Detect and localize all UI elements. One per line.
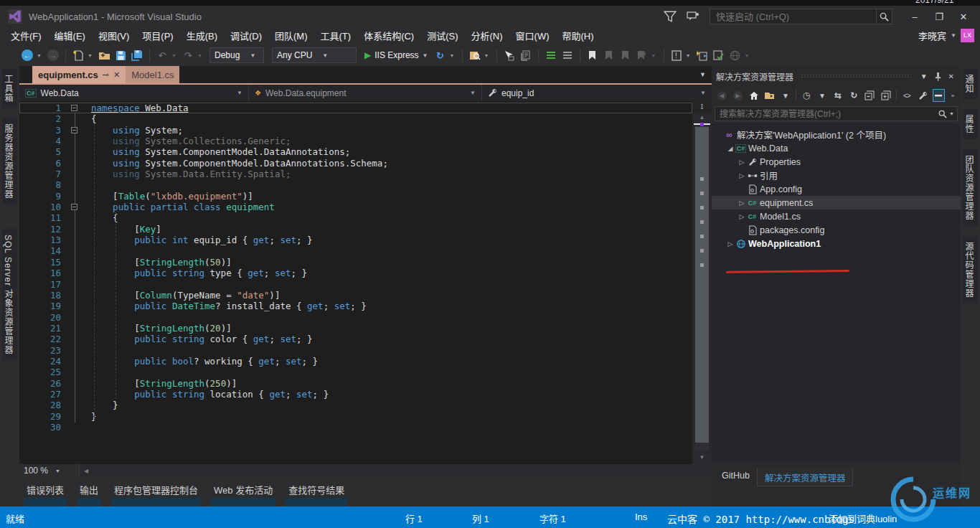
save-icon[interactable] [113, 47, 128, 63]
right-tool-tab-2[interactable]: 团队资源管理器 [963, 149, 978, 226]
tree-item-解决方案'WebApplication1' (2 个项目)[interactable]: ∞解决方案'WebApplication1' (2 个项目) [712, 128, 961, 141]
member-dropdown[interactable]: equip_id ▼ [482, 85, 712, 101]
new-file-icon[interactable] [71, 47, 85, 63]
right-tool-tab-3[interactable]: 源代码管理器 [963, 236, 978, 303]
sync-icon[interactable]: ⇆ [832, 89, 844, 102]
toolbar-overflow-icon[interactable]: » [949, 93, 956, 99]
quick-launch-input[interactable] [710, 11, 876, 22]
task-list-chevron-icon[interactable]: ▼ [686, 53, 693, 58]
quick-launch-box[interactable] [710, 9, 892, 24]
document-tab-equipment.cs[interactable]: equipment.cs⊸✕ [32, 66, 126, 83]
horizontal-scrollbar[interactable]: 100 %▼ ◀ [19, 464, 712, 477]
zoom-dropdown[interactable]: 100 %▼ [19, 464, 80, 477]
tree-collapsed-arrow-icon[interactable]: ▷ [738, 159, 746, 166]
prev-bookmark-icon[interactable] [602, 47, 616, 63]
split-editor-handle[interactable]: ⫱ [692, 101, 712, 113]
close-tab-icon[interactable]: ✕ [113, 70, 120, 80]
panel-tab-GitHub[interactable]: GitHub [715, 468, 757, 486]
navigate-back-chevron-icon[interactable]: ▼ [37, 53, 44, 58]
minimize-button[interactable]: – [903, 7, 927, 26]
task-list-icon[interactable]: ! [669, 47, 684, 63]
type-dropdown[interactable]: ❖ Web.Data.equipment ▼ [249, 85, 482, 101]
comment-lines-icon[interactable] [544, 47, 558, 63]
redo-chevron-icon[interactable]: ▼ [197, 53, 204, 58]
navigate-back-icon[interactable]: ← [20, 47, 34, 63]
filter-icon[interactable] [664, 11, 677, 22]
vertical-scrollbar[interactable]: ⫱ ▲ ▼ [692, 101, 712, 464]
menu-item-9[interactable]: 测试(S) [420, 26, 464, 45]
tree-item-equipment.cs[interactable]: ▷C#equipment.cs [712, 196, 961, 209]
panel-drag-area[interactable] [801, 74, 911, 78]
bottom-panel-tab-3[interactable]: Web 发布活动 [211, 481, 275, 506]
refresh-icon[interactable]: ↻ [433, 47, 448, 63]
show-all-files-icon[interactable] [880, 89, 892, 102]
pin-tab-icon[interactable]: ⊸ [103, 70, 109, 80]
document-list-chevron-icon[interactable]: ▼ [699, 71, 706, 78]
bottom-panel-tab-2[interactable]: 程序包管理器控制台 [111, 481, 201, 506]
find-chevron-icon[interactable]: ▼ [484, 53, 491, 58]
menu-item-5[interactable]: 调试(D) [224, 26, 268, 45]
browser-chevron-icon[interactable]: ▼ [745, 53, 752, 58]
pending-changes-icon[interactable]: ◷ [801, 89, 812, 102]
avatar[interactable]: LX [961, 29, 974, 42]
restore-button[interactable]: ❐ [927, 7, 951, 26]
menu-item-6[interactable]: 团队(M) [268, 26, 314, 45]
account-chevron-down-icon[interactable]: ▼ [951, 32, 956, 39]
save-all-icon[interactable] [130, 47, 144, 63]
bottom-panel-tab-1[interactable]: 输出 [77, 481, 101, 506]
feedback-icon[interactable] [687, 11, 699, 22]
bookmark-chevron-icon[interactable]: ▼ [651, 53, 659, 58]
view-code-icon[interactable]: <> [901, 89, 913, 102]
collapse-all-icon[interactable] [864, 89, 875, 102]
account-name[interactable]: 李晓宾 [918, 29, 946, 42]
scroll-left-icon[interactable]: ◀ [80, 468, 93, 474]
panel-tab-解决方案资源管理器[interactable]: 解决方案资源管理器 [757, 468, 854, 486]
new-query-icon[interactable] [695, 47, 710, 63]
se-forward-icon[interactable]: ▶ [732, 89, 743, 102]
browser-icon[interactable] [728, 47, 743, 63]
left-tool-tab-2[interactable]: SQL Server 对象资源管理器 [2, 229, 17, 361]
menu-item-8[interactable]: 体系结构(C) [357, 26, 420, 45]
switch-views-icon[interactable] [764, 89, 776, 102]
bottom-panel-tab-0[interactable]: 错误列表 [24, 481, 67, 506]
menu-item-4[interactable]: 生成(B) [180, 26, 224, 45]
bookmark-icon[interactable] [585, 47, 600, 63]
scroll-up-icon[interactable]: ▲ [692, 114, 712, 121]
add-item-icon[interactable] [97, 47, 111, 63]
menu-item-7[interactable]: 工具(T) [314, 26, 358, 45]
uncomment-lines-icon[interactable] [560, 47, 575, 63]
tree-item-Properties[interactable]: ▷Properties [712, 155, 961, 169]
copy-lines-icon[interactable] [519, 47, 533, 63]
code-editor[interactable]: 1–namespace Web.Data2{3– using System;4 … [19, 101, 692, 464]
preview-selected-items-button[interactable] [933, 89, 944, 102]
pin-icon[interactable] [934, 72, 942, 81]
panel-menu-chevron-icon[interactable]: ▼ [918, 72, 930, 80]
new-file-chevron-icon[interactable]: ▼ [88, 53, 95, 58]
tree-collapsed-arrow-icon[interactable]: ▷ [726, 240, 735, 248]
tree-item-packages.config[interactable]: packages.config [712, 223, 961, 237]
pending-changes-chevron-icon[interactable]: ▼ [816, 92, 828, 100]
undo-chevron-icon[interactable]: ▼ [171, 53, 179, 58]
refresh-chevron-icon[interactable]: ▼ [450, 53, 457, 58]
tree-item-Web.Data[interactable]: ◢C#Web.Data [712, 141, 961, 155]
platform-dropdown[interactable]: Any CPU▼ [272, 47, 357, 63]
project-dropdown[interactable]: C# Web.Data ▼ [19, 85, 249, 101]
tree-collapsed-arrow-icon[interactable]: ▷ [738, 199, 746, 207]
clear-bookmarks-icon[interactable] [635, 47, 649, 63]
search-icon[interactable]: ▼ [936, 110, 957, 118]
configuration-dropdown[interactable]: Debug▼ [209, 47, 264, 63]
tree-collapsed-arrow-icon[interactable]: ▷ [738, 172, 746, 179]
tree-item-Model1.cs[interactable]: ▷C#Model1.cs [712, 209, 961, 223]
menu-item-11[interactable]: 窗口(W) [509, 26, 556, 45]
next-bookmark-icon[interactable] [618, 47, 633, 63]
refresh-icon[interactable]: ↻ [848, 89, 859, 102]
panel-close-icon[interactable]: ✕ [946, 72, 956, 80]
navigate-forward-icon[interactable]: → [46, 47, 60, 63]
menu-item-3[interactable]: 项目(P) [136, 26, 179, 45]
menu-item-10[interactable]: 分析(N) [465, 26, 509, 45]
bottom-panel-tab-4[interactable]: 查找符号结果 [286, 481, 347, 506]
tree-item-WebApplication1[interactable]: ▷WebApplication1 [712, 237, 961, 250]
find-in-files-icon[interactable] [468, 47, 482, 63]
scrollbar-thumb[interactable] [695, 127, 709, 443]
switch-views-chevron-icon[interactable]: ▼ [780, 92, 791, 100]
